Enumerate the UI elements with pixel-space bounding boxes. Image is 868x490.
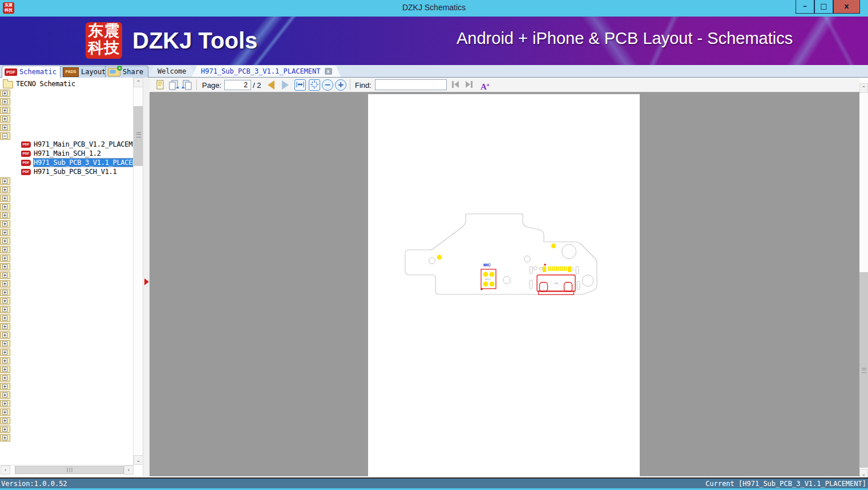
find-previous-icon[interactable] [451,80,460,91]
tree-item-tecno-be6j[interactable]: +TECNO BE6j [0,349,10,356]
font-size-button[interactable]: Aa [481,80,489,91]
expand-icon[interactable]: + [2,435,7,440]
expand-icon[interactable]: + [2,204,7,209]
expand-icon[interactable]: + [2,410,7,415]
expand-icon[interactable]: + [2,384,7,389]
expand-icon[interactable]: + [2,401,7,406]
expand-icon[interactable]: + [2,264,7,269]
tree-vertical-scrollbar[interactable]: ⌃ ⌄ [133,78,143,465]
tree-item-tecno-b1[interactable]: +TECNO B1 [0,195,10,202]
expand-icon[interactable]: + [2,221,7,226]
tree-item-tecno-c8[interactable]: +TECNO C8 [0,408,10,416]
tree-item-tecno-b2[interactable]: +TECNO B2 [0,220,10,228]
tree-item-tecno-bb4[interactable]: +TECNO BB4 [0,263,10,270]
tree-item-tecno-c5[interactable]: +TECNO C5 [0,383,10,390]
scroll-right-icon[interactable]: › [124,465,134,475]
tree-item-h971-main-pcb-v1-2-placement[interactable]: PDFH971_Main_PCB_V1.2_PLACEMENT [0,140,133,149]
tree-item-tecno-bd4h[interactable]: +TECNO BD4h [0,331,10,339]
tree-item-h971-main-sch-1-2[interactable]: PDFH971_Main_SCH_1.2 [0,149,133,158]
zoom-in-button[interactable]: + [335,79,346,91]
tree-item-tecno-c7[interactable]: +TECNO C7 [0,400,10,407]
expand-icon[interactable]: + [2,298,7,303]
scroll-up-icon[interactable]: ⌃ [859,83,868,93]
fit-width-button[interactable] [294,79,306,91]
tree-scrollbar-thumb[interactable] [134,106,143,166]
tree-item-tecno-b3[interactable]: +TECNO B3 [0,229,10,236]
doc-tab-welcome[interactable]: Welcome [148,66,196,77]
page-number-input[interactable] [224,80,251,90]
tree-item-tecno-bc1[interactable]: +TECNO BC1 [0,280,10,287]
expand-icon[interactable]: + [2,358,7,363]
find-input[interactable] [375,79,447,90]
tree-item-tecno-bc2c[interactable]: +TECNO BC2c [0,306,10,313]
close-tab-icon[interactable]: x [325,68,332,75]
tab-share[interactable]: + Share [105,66,148,78]
tree-item-tecno-ab7[interactable]: +TECNO AB7 [0,177,10,185]
tree-item-tecno-a9[interactable]: −TECNO A9 [0,132,10,140]
scroll-left-icon[interactable]: ‹ [1,465,10,475]
tree-item-tecno-bb2[interactable]: +TECNO BB2 [0,254,10,262]
tree-item-tecno-10a[interactable]: +TECNO 10A [0,90,10,97]
tree-item-tecno-a7[interactable]: +TECNO A7 [0,124,10,131]
tree-item-tecno-bc3[interactable]: +TECNO BC3 [0,314,10,322]
tree-item-tecno-7c[interactable]: +TECNO 7C [0,98,10,106]
doc-tab-h971-sub-pcb-placement[interactable]: H971_Sub_PCB_3_V1.1_PLACEMENT x [192,66,341,77]
tree-hscrollbar-thumb[interactable] [15,466,124,474]
document-vertical-scrollbar[interactable]: ⌃ ⌄ [859,80,868,479]
expand-icon[interactable]: + [2,196,7,201]
tree-item-tecno-bb4k[interactable]: +TECNO BB4k [0,272,10,279]
find-next-icon[interactable] [465,80,474,91]
expand-icon[interactable]: + [2,350,7,355]
copy-page-icon[interactable] [154,79,165,93]
expand-icon[interactable]: + [2,307,7,312]
tree-item-tecno-b5s[interactable]: +TECNO B5S [0,237,10,245]
tree-item-tecno-ca7[interactable]: +TECNO CA7 [0,434,10,442]
rotate-left-icon[interactable] [167,79,180,93]
expand-icon[interactable]: + [2,375,7,380]
expand-icon[interactable]: + [2,238,7,244]
tree-horizontal-scrollbar[interactable]: ‹ › [0,465,134,475]
fit-page-button[interactable] [309,79,320,91]
collapse-icon[interactable]: − [2,133,7,139]
document-viewer[interactable]: MIC MIC01 [150,92,859,476]
expand-icon[interactable]: + [2,315,7,321]
tree-item-tecno-schematic[interactable]: TECNO Schematic [0,79,133,88]
tab-layout[interactable]: PADS Layout [60,66,111,78]
expand-icon[interactable]: + [2,108,7,113]
scroll-up-icon[interactable]: ⌃ [134,78,143,87]
expand-icon[interactable]: + [2,213,7,218]
expand-icon[interactable]: + [2,247,7,252]
document-scrollbar-thumb[interactable] [859,272,868,468]
tab-schematic[interactable]: PDF Schematic [2,66,62,78]
rotate-right-icon[interactable] [181,79,193,93]
tree-item-tecno-be8i[interactable]: +TECNO BE8i [0,374,10,382]
tree-item-tecno-be7[interactable]: +TECNO BE7 [0,357,10,365]
tree-item-tecno-bd2[interactable]: +TECNO BD2 [0,323,10,330]
expand-icon[interactable]: + [2,179,7,184]
tree-item-tecno-ba2[interactable]: +TECNO BA2 [0,246,10,253]
expand-icon[interactable]: + [2,99,7,104]
zoom-out-button[interactable]: − [322,79,333,91]
expand-icon[interactable]: + [2,392,7,398]
next-page-button[interactable] [282,80,289,90]
minimize-button[interactable]: – [796,0,814,14]
expand-icon[interactable]: + [2,333,7,338]
expand-icon[interactable]: + [2,91,7,96]
expand-icon[interactable]: + [2,418,7,423]
scroll-down-icon[interactable]: ⌄ [134,455,143,465]
expand-icon[interactable]: + [2,367,7,372]
tree-item-tecno-c9[interactable]: +TECNO C9 [0,417,10,424]
maximize-button[interactable]: □ [814,0,833,14]
tree-item-tecno-c5s[interactable]: +TECNO C5S [0,391,10,399]
tree-item-tecno-be6[interactable]: +TECNO BE6 [0,340,10,347]
tree-item-tecno-bc1s[interactable]: +TECNO BC1s [0,289,10,296]
tree-item-tecno-ax8[interactable]: +TECNO AX8 [0,186,10,193]
expand-icon[interactable]: + [2,125,7,130]
tree-item-tecno-a6[interactable]: +TECNO A6 [0,115,10,123]
expand-icon[interactable]: + [2,281,7,286]
previous-page-button[interactable] [268,80,274,90]
expand-icon[interactable]: + [2,341,7,346]
expand-icon[interactable]: + [2,324,7,329]
close-button[interactable]: x [833,0,860,14]
tree-item-tecno-bc2[interactable]: +TECNO BC2 [0,297,10,305]
